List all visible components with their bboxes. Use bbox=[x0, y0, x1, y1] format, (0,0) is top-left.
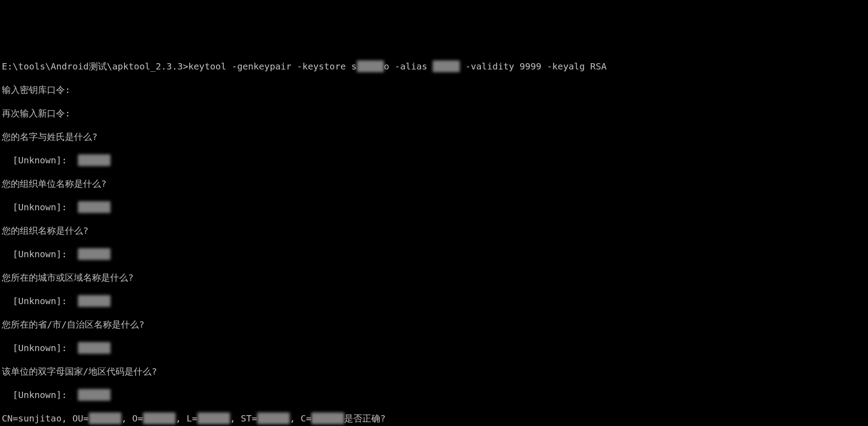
output-question-name: 您的名字与姓氏是什么? bbox=[2, 131, 866, 143]
command-line: E:\tools\Android测试\apktool_2.3.3>keytool… bbox=[2, 60, 866, 72]
output-unknown-answer: [Unknown]: ▓▓▓▓▓▓ bbox=[2, 154, 866, 166]
unknown-prompt: [Unknown]: bbox=[2, 155, 78, 166]
unknown-prompt: [Unknown]: bbox=[2, 296, 78, 306]
redacted-keystore-name: u▓▓▓▓ bbox=[357, 60, 384, 72]
redacted-c: ▓▓▓▓▓▓ bbox=[311, 412, 344, 424]
redacted-name-answer: ▓▓▓▓▓▓ bbox=[78, 154, 111, 166]
unknown-prompt: [Unknown]: bbox=[2, 343, 78, 353]
output-question-org: 您的组织名称是什么? bbox=[2, 225, 866, 236]
redacted-st: ▓▓▓▓▓▓ bbox=[257, 412, 290, 424]
command-text: o -alias bbox=[384, 61, 433, 72]
output-unknown-answer: [Unknown]: ▓▓▓▓▓▓ bbox=[2, 295, 866, 307]
dn-cn: CN=sunjitao, OU= bbox=[2, 413, 89, 424]
dn-l-label: , L= bbox=[175, 413, 197, 424]
terminal-window[interactable]: E:\tools\Android测试\apktool_2.3.3>keytool… bbox=[2, 49, 866, 426]
output-unknown-answer: [Unknown]: ▓▓▓▓▓▓ bbox=[2, 248, 866, 260]
redacted-alias-name: ▓▓▓▓▓ bbox=[433, 60, 460, 72]
output-question-city: 您所在的城市或区域名称是什么? bbox=[2, 272, 866, 283]
output-reenter-password: 再次输入新口令: bbox=[2, 107, 866, 119]
unknown-prompt: [Unknown]: bbox=[2, 389, 78, 400]
command-text: keytool -genkeypair -keystore s bbox=[188, 61, 356, 72]
output-unknown-answer: [Unknown]: ▓▓▓▓▓▓ bbox=[2, 389, 866, 401]
redacted-o: ▓▓▓▓▓▓ bbox=[143, 412, 175, 424]
dn-c-label: , C= bbox=[290, 413, 311, 424]
output-question-state: 您所在的省/市/自治区名称是什么? bbox=[2, 319, 866, 330]
output-unknown-answer: [Unknown]: ▓▓▓▓▓▓ bbox=[2, 201, 866, 213]
redacted-city-answer: ▓▓▓▓▓▓ bbox=[78, 295, 111, 307]
redacted-country-answer: ▓▓▓▓▓▓ bbox=[78, 389, 111, 401]
redacted-state-answer: ▓▓▓▓▓▓ bbox=[78, 342, 111, 354]
dn-o-label: , O= bbox=[121, 413, 143, 424]
output-dn-confirm: CN=sunjitao, OU=▓▓▓▓▓▓, O=▓▓▓▓▓▓, L=▓▓▓▓… bbox=[2, 412, 866, 424]
unknown-prompt: [Unknown]: bbox=[2, 202, 78, 213]
prompt-path: E:\tools\Android测试\apktool_2.3.3> bbox=[2, 61, 188, 72]
output-keystore-password: 输入密钥库口令: bbox=[2, 84, 866, 96]
output-question-country: 该单位的双字母国家/地区代码是什么? bbox=[2, 366, 866, 377]
redacted-l: ▓▓▓▓▓▓ bbox=[198, 412, 230, 424]
unknown-prompt: [Unknown]: bbox=[2, 249, 78, 259]
output-unknown-answer: [Unknown]: ▓▓▓▓▓▓ bbox=[2, 342, 866, 354]
command-text: -validity 9999 -keyalg RSA bbox=[460, 61, 606, 72]
dn-st-label: , ST= bbox=[230, 413, 257, 424]
dn-confirm-text: 是否正确? bbox=[344, 413, 386, 424]
redacted-org-answer: ▓▓▓▓▓▓ bbox=[78, 248, 111, 260]
redacted-ou: ▓▓▓▓▓▓ bbox=[89, 412, 121, 424]
output-question-org-unit: 您的组织单位名称是什么? bbox=[2, 178, 866, 190]
redacted-org-unit-answer: ▓▓▓▓▓▓ bbox=[78, 201, 111, 213]
